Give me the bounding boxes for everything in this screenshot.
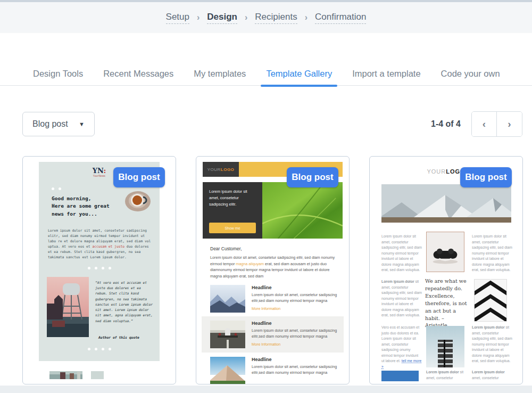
text-column: Lorem ipsum dolor sit amet, consetetur s… [472, 325, 512, 364]
article-text: Headline Lorem ipsum dolor sit amet, con… [252, 321, 338, 348]
paragraph-highlight: accusam et justo [92, 244, 124, 248]
logo-text: YOUR [207, 167, 221, 172]
template-heading: Good morning, Here are some great news f… [52, 195, 134, 218]
template-card-yournews[interactable]: YN: YourNews Good morning, Here are some… [22, 156, 176, 384]
template-preview-body: YN: YourNews Good morning, Here are some… [39, 162, 160, 361]
column-text: sit amet, consetetur sadipscing elitr, s… [472, 325, 512, 363]
dune-thumbnail [210, 357, 245, 384]
tab-import-a-template[interactable]: Import a template [352, 63, 420, 86]
mountain-panorama-photo [381, 184, 511, 223]
leaf-photo [262, 182, 343, 239]
hero-text-panel: Lorem ipsum dolor sit amet, consetetur s… [203, 182, 262, 239]
column-text: Vero eos et accusam et justo duo dolores… [381, 325, 419, 363]
chevron-right-icon: › [197, 13, 200, 22]
article-text: Headline Lorem ipsum dolor sit amet, con… [252, 357, 338, 384]
water-tower-photo [47, 277, 89, 337]
article-headline: Headline [252, 321, 338, 326]
article-row: Headline Lorem ipsum dolor sit amet, con… [210, 321, 338, 348]
column-lead: Lorem ipsum dolor [381, 280, 414, 283]
show-me-button: Show me [209, 223, 256, 233]
article-row: Headline Lorem ipsum dolor sit amet, con… [210, 357, 338, 384]
salutation: Dear Customer, [210, 246, 242, 251]
text-column: Lorem ipsum dolor sit amet, consetetur s… [381, 234, 422, 273]
text-column: Lorem ipsum dolor sit amet, consetetur s… [381, 279, 422, 318]
breadcrumb: Setup › Design › Recipients › Confirmati… [0, 2, 532, 33]
tab-code-your-own[interactable]: Code your own [441, 63, 500, 86]
carousel-dots [39, 348, 160, 350]
article-headline: Headline [252, 285, 338, 290]
pagination-range: 1-4 of 4 [418, 119, 461, 129]
breadcrumb-recipients[interactable]: Recipients [255, 12, 297, 24]
text-column: Lorem ipsum dolor sit amet, consetetur [426, 370, 467, 381]
breadcrumb-confirmation[interactable]: Confirmation [315, 12, 366, 24]
article-body: Lorem ipsum dolor sit amet, consetetur s… [252, 328, 338, 340]
article-body: Lorem ipsum dolor sit amet, consetetur s… [252, 364, 338, 376]
logo-text: YOUR [427, 168, 446, 175]
footer-photo-thumbnail [49, 371, 82, 379]
template-card-yourlogo-yellow[interactable]: YOURLOGO Lorem ipsum dolor sit amet, con… [196, 156, 350, 384]
intro-paragraph: Lorem ipsum dolor sit amet, consetetur s… [210, 255, 338, 279]
template-card-yourlogo-minimal[interactable]: YOURLOGO Lorem ipsum dolor sit amet, con… [369, 156, 523, 384]
office-building-photo [426, 326, 464, 367]
blog-post-badge: Blog post [113, 167, 165, 187]
carousel-dots [52, 187, 61, 190]
logo-text: LOGO [221, 167, 235, 172]
game-controller-photo [426, 232, 464, 272]
aristotle-quote: We are what we repeatedly do. Excellence… [425, 277, 468, 329]
logo-text: YN [93, 167, 104, 175]
column-lead: Lorem ipsum dolor [472, 325, 505, 329]
more-information-link: More Information [252, 342, 338, 347]
previous-page-button[interactable]: ‹ [472, 112, 497, 136]
quote-author: Author of this quote [98, 335, 157, 340]
footer-cta-banner [381, 371, 419, 381]
category-filter-value: Blog post [32, 119, 68, 129]
carousel-dots [39, 267, 160, 269]
template-hero: Lorem ipsum dolor sit amet, consetetur s… [203, 182, 343, 239]
architecture-photo [474, 279, 507, 322]
article-body: Lorem ipsum dolor sit amet, consetetur s… [252, 292, 338, 304]
text-column: Lorem ipsum dolor sit amet, consetetur s… [472, 234, 512, 273]
chevron-down-icon: ▼ [79, 121, 85, 127]
tab-recent-messages[interactable]: Recent Messages [103, 63, 173, 86]
tab-bar: Design Tools Recent Messages My template… [0, 63, 532, 86]
mountains-thumbnail [210, 285, 245, 313]
article-headline: Headline [252, 357, 338, 362]
article-row: Headline Lorem ipsum dolor sit amet, con… [210, 285, 338, 313]
airplane-thumbnail [210, 321, 245, 348]
article-text: Headline Lorem ipsum dolor sit amet, con… [252, 285, 338, 313]
pagination-controls: ‹ › [471, 111, 522, 137]
text-column: Vero eos et accusam et justo duo dolores… [381, 325, 422, 370]
bottom-band [0, 386, 532, 393]
hero-text: Lorem ipsum dolor sit amet, consetetur s… [209, 189, 256, 208]
logo-colon: : [103, 167, 106, 175]
column-text: sit amet, consetetur sadipscing elitr, s… [381, 280, 422, 317]
paragraph-link: magna aliquyam [236, 261, 264, 266]
chevron-right-icon: › [245, 13, 247, 22]
template-gallery-page: Setup › Design › Recipients › Confirmati… [0, 0, 532, 393]
tab-template-gallery[interactable]: Template Gallery [266, 63, 332, 86]
tab-design-tools[interactable]: Design Tools [33, 63, 83, 86]
next-page-button[interactable]: › [497, 112, 522, 136]
chevron-right-icon: › [305, 13, 307, 22]
breadcrumb-setup[interactable]: Setup [166, 12, 189, 24]
blog-post-badge: Blog post [287, 167, 338, 187]
footer-color-swatch [91, 371, 104, 379]
yourlogo-logo: YOURLOGO [203, 162, 239, 177]
column-lead: Lorem ipsum dolor [472, 370, 505, 374]
coffee-cup-photo [124, 189, 151, 212]
text-column: Lorem ipsum dolor amet, consetetur [472, 370, 512, 381]
template-quote: “At vero eos et accusam et justo duo dol… [95, 280, 154, 324]
more-information-link: More Information [252, 306, 338, 311]
category-filter-dropdown[interactable]: Blog post ▼ [22, 112, 95, 136]
column-text: amet, consetetur [472, 376, 499, 380]
blog-post-badge: Blog post [460, 167, 512, 187]
tab-my-templates[interactable]: My templates [194, 63, 246, 86]
template-paragraph: Lorem ipsum dolor sit amet, consetetur s… [48, 228, 152, 260]
column-lead: Lorem ipsum dolor [426, 370, 459, 374]
breadcrumb-design[interactable]: Design [207, 12, 237, 24]
